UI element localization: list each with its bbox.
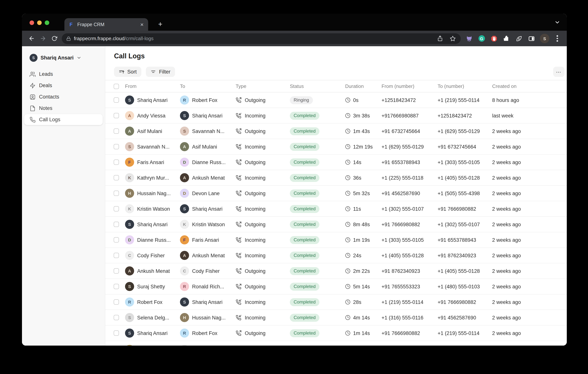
browser-tab[interactable]: F Frappe CRM × [64,18,148,31]
table-row[interactable]: K Kathryn Mur... A Ankush Menat Incoming… [105,170,567,186]
table-row[interactable]: S Shariq Ansari K Kristin Watson Outgoin… [105,217,567,232]
close-window-button[interactable] [30,21,34,25]
row-checkbox[interactable] [114,222,119,227]
window-controls[interactable] [30,21,49,25]
to-name: Robert Fox [192,330,218,336]
table-row[interactable]: D Dianne Russ... F Faris Ansari Incoming… [105,232,567,248]
select-all-checkbox[interactable] [114,84,119,89]
github-octocat-icon[interactable] [465,35,473,42]
sidebar-item-leads[interactable]: Leads [24,69,103,80]
avatar: A [180,173,189,182]
sidebar-item-label: Deals [39,83,52,88]
duration-value: 12m 19s [353,144,373,150]
table-row[interactable]: C Cody Fisher A Ankush Menat Incoming Co… [105,248,567,263]
adblock-icon[interactable] [490,35,498,42]
from-number: +1 (316) 555-0116 [381,315,438,321]
share-icon[interactable] [435,33,445,43]
table-row[interactable]: R Robert Fox S Shariq Ansari Incoming Co… [105,294,567,310]
zoom-window-button[interactable] [45,21,49,25]
new-tab-button[interactable]: + [155,19,166,30]
more-options-button[interactable]: ⋯ [553,67,565,77]
status-badge: Completed [290,174,319,182]
leaf-energy-icon[interactable] [515,35,523,42]
row-checkbox[interactable] [114,113,119,118]
minimize-window-button[interactable] [37,21,42,25]
table-row[interactable]: K Kristin Watson S Shariq Ansari Incomin… [105,201,567,217]
row-checkbox[interactable] [114,268,119,274]
sidebar-item-deals[interactable]: Deals [24,80,103,91]
from-number: +1 (219) 555-0114 [381,299,438,305]
table-row[interactable]: S Shariq Ansari R Robert Fox Outgoing Ri… [105,92,567,108]
created-on: 2 weeks ago [492,190,567,196]
to-cell: R Ronald Rich... [180,282,236,291]
browser-menu-icon[interactable] [554,35,561,42]
clock-icon [345,128,350,134]
created-on: 2 weeks ago [492,253,567,258]
reload-button[interactable] [49,33,60,44]
close-tab-icon[interactable]: × [139,21,144,27]
table-row[interactable]: S Suraj Shetty R Ronald Rich... Outgoing… [105,279,567,294]
user-menu[interactable]: S Shariq Ansari [24,52,103,63]
table-row[interactable]: S Selena Delg... H Hussain Nag... Incomi… [105,310,567,325]
row-checkbox[interactable] [114,144,119,149]
row-checkbox[interactable] [114,237,119,243]
back-button[interactable] [26,33,37,44]
chevron-down-icon[interactable] [554,19,560,27]
from-number: +91 8762340923 [381,268,438,274]
filter-button[interactable]: Filter [146,67,175,77]
table-row[interactable]: H Hussain Nag... D Devon Lane Outgoing C… [105,186,567,201]
table-row[interactable]: F Faris Ansari D Dianne Russ... Outgoing… [105,155,567,170]
row-checkbox[interactable] [114,299,119,305]
status-badge: Completed [290,267,319,275]
avatar: K [125,173,134,182]
row-checkbox[interactable] [114,97,119,103]
to-cell: C Cody Fisher [180,266,236,276]
sort-button[interactable]: Sort [114,67,141,77]
row-checkbox[interactable] [114,315,119,320]
avatar: S [125,313,134,322]
table-row[interactable]: A Ankush Menat C Cody Fisher Outgoing Co… [105,263,567,279]
sidebar-toggle-icon[interactable] [528,35,535,42]
sidebar-item-contacts[interactable]: Contacts [24,91,103,102]
duration-value: 5m 14s [353,284,370,289]
row-checkbox[interactable] [114,191,119,196]
bookmark-star-icon[interactable] [448,33,458,43]
grammarly-icon[interactable]: G [478,35,485,42]
row-checkbox[interactable] [114,160,119,165]
from-cell: A Ankush Menat [125,266,180,276]
sidebar-item-notes[interactable]: Notes [24,103,103,114]
row-checkbox[interactable] [114,284,119,289]
clock-icon [345,284,350,289]
from-number: +91 4562587690 [381,190,438,196]
row-checkbox[interactable] [114,253,119,258]
table-row[interactable]: A Asif Mulani S Savannah N... Outgoing C… [105,124,567,139]
table-row-partial[interactable] [105,341,567,346]
row-checkbox[interactable] [114,331,119,336]
forward-button[interactable] [37,33,49,44]
phone-outgoing-icon [236,97,241,103]
duration-cell: 1m 43s [345,128,381,134]
row-checkbox[interactable] [114,206,119,212]
table-row[interactable]: S Savannah N... A Asif Mulani Incoming C… [105,139,567,155]
row-checkbox[interactable] [114,128,119,134]
from-cell: R Robert Fox [125,298,180,307]
from-cell: A Andy Viessa [125,111,180,120]
row-checkbox[interactable] [114,175,119,180]
sidebar-item-call-logs[interactable]: Call Logs [24,114,103,125]
from-name: Shariq Ansari [137,222,168,227]
browser-profile-avatar[interactable]: S [540,34,549,43]
to-name: Robert Fox [192,97,218,103]
from-name: Shariq Ansari [137,97,168,103]
avatar: K [125,204,134,213]
puzzle-extensions-icon[interactable] [503,35,510,42]
sidebar-item-label: Contacts [39,94,59,100]
table-row[interactable]: A Andy Viessa S Shariq Ansari Incoming C… [105,108,567,124]
to-number: +12518423472 [438,113,492,118]
url-bar[interactable]: frappecrm.frappe.cloud/crm/call-logs [62,33,461,44]
table-row[interactable]: S Shariq Ansari R Robert Fox Outgoing Co… [105,325,567,341]
from-number: +91 7666980882 [381,222,438,227]
type-cell: Outgoing [236,284,290,289]
frappe-favicon-icon: F [68,21,74,27]
avatar: H [125,189,134,198]
from-name: Selena Delg... [137,315,169,321]
